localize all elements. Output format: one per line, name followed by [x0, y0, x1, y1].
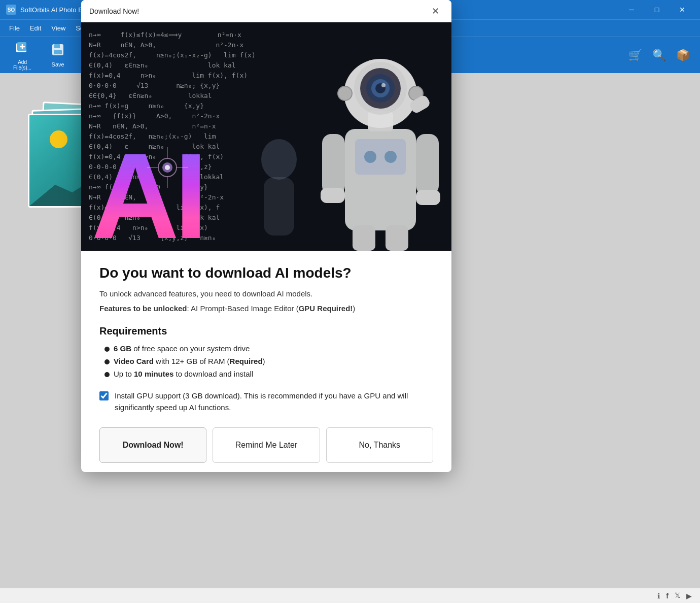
math-line-2: N→R n∈N, A>0, n²-2n·x	[89, 40, 243, 51]
dialog-hero: n→∞ f(x)≤f(x)=4≤⟹y n²=n·x N→R n∈N, A>0, …	[81, 22, 451, 251]
add-files-button[interactable]: Add File(s)...	[8, 37, 37, 74]
gpu-checkbox-area: Install GPU support (3 GB download). Thi…	[99, 390, 433, 413]
req-2-after: with 12+ GB of RAM (	[154, 357, 230, 365]
twitter-icon[interactable]: 𝕏	[675, 591, 680, 600]
svg-rect-26	[386, 225, 408, 251]
req-1-after: of free space on your system drive	[131, 344, 250, 353]
maximize-button[interactable]: □	[645, 2, 669, 17]
status-bar-icons: ℹ f 𝕏 ▶	[657, 591, 692, 600]
close-button[interactable]: ✕	[671, 2, 694, 17]
dialog-title-text: Download Now!	[89, 7, 427, 15]
svg-rect-13	[322, 134, 345, 195]
gpu-required-text: GPU Required!	[299, 304, 353, 313]
download-now-button[interactable]: Download Now!	[99, 427, 206, 463]
bullet-1	[104, 347, 110, 352]
svg-point-7	[261, 139, 297, 180]
svg-rect-28	[321, 188, 345, 203]
dialog-title-bar: Download Now! ✕	[81, 0, 451, 22]
dialog-subtitle-text: To unlock advanced features, you need to…	[99, 289, 312, 298]
dialog-body: Do you want to download AI models? To un…	[81, 251, 451, 472]
svg-point-11	[364, 151, 376, 163]
svg-rect-5	[54, 44, 60, 48]
status-bar: ℹ f 𝕏 ▶	[0, 588, 700, 603]
req-3-text: Up to 10 minutes to download and install	[114, 370, 253, 378]
svg-rect-10	[355, 139, 406, 175]
requirement-time: Up to 10 minutes to download and install	[104, 370, 433, 378]
requirements-title: Requirements	[99, 325, 433, 337]
req-3-bold: 10 minutes	[134, 370, 173, 378]
remind-later-button[interactable]: Remind Me Later	[213, 427, 320, 463]
features-value: : AI Prompt-Based Image Editor (	[187, 304, 299, 313]
requirement-video-card: Video Card with 12+ GB of RAM (Required)	[104, 357, 433, 365]
math-line-5: f(x)=0,4 n>n₀ lim f(x), f(x)	[89, 71, 248, 81]
req-1-bold: 6 GB	[114, 344, 131, 353]
dialog-headline: Do you want to download AI models?	[99, 265, 433, 281]
dialog-buttons: Download Now! Remind Me Later No, Thanks	[99, 427, 433, 463]
math-line-4: ∈(0,4) ε∈n≥n₀ lok kal	[89, 60, 236, 71]
add-files-icon	[15, 40, 29, 57]
package-icon[interactable]: 📦	[674, 47, 692, 64]
math-line-1: n→∞ f(x)≤f(x)=4≤⟹y n²=n·x	[89, 30, 241, 41]
gpu-support-checkbox[interactable]	[99, 391, 109, 400]
dialog-close-button[interactable]: ✕	[427, 3, 443, 19]
download-dialog: Download Now! ✕ n→∞ f(x)≤f(x)=4≤⟹y n²=n·…	[81, 0, 451, 472]
minimize-button[interactable]: ─	[620, 2, 643, 17]
math-line-6: 0·0·0·0 √13 n≥n₀; {x,y}	[89, 81, 220, 91]
req-2-bold: Video Card	[114, 357, 154, 365]
hero-circuit-dots	[147, 147, 188, 190]
req-2-bold2: Required	[230, 357, 263, 365]
features-label: Features to be unlocked	[99, 304, 187, 313]
svg-point-23	[338, 86, 352, 100]
req-3-after: to download and install	[173, 370, 253, 378]
window-controls: ─ □ ✕	[620, 2, 694, 17]
svg-point-22	[381, 83, 386, 87]
toolbar-right: 🛒 🔍 📦	[626, 47, 692, 64]
main-area: Download Now! ✕ n→∞ f(x)≤f(x)=4≤⟹y n²=n·…	[0, 73, 700, 588]
youtube-icon[interactable]: ▶	[686, 592, 692, 600]
dialog-features: Features to be unlocked: AI Prompt-Based…	[99, 303, 433, 315]
req-1-text: 6 GB of free space on your system drive	[114, 344, 250, 353]
math-line-8: n→∞ f(x)=g n≥n₀ {x,y}	[89, 101, 204, 112]
svg-rect-6	[54, 50, 62, 54]
save-label: Save	[52, 61, 64, 68]
gpu-checkbox-label[interactable]: Install GPU support (3 GB download). Thi…	[115, 390, 433, 413]
dialog-subtitle: To unlock advanced features, you need to…	[99, 288, 433, 300]
search-icon[interactable]: 🔍	[650, 47, 668, 64]
req-2-text: Video Card with 12+ GB of RAM (Required)	[114, 357, 265, 365]
math-line-9: n→∞ {f(x)} A>0, n²-2n·x	[89, 111, 220, 122]
app-icon: SO	[6, 5, 16, 15]
svg-point-32	[165, 165, 170, 170]
image-sun	[50, 130, 67, 148]
math-line-3: f(x)=4cos2f, n≥n₀;(x₁-x₂-g) lim f(x)	[89, 50, 256, 61]
info-icon[interactable]: ℹ	[657, 592, 660, 600]
menu-view[interactable]: View	[46, 22, 71, 34]
svg-rect-8	[264, 177, 294, 236]
no-thanks-button[interactable]: No, Thanks	[326, 427, 433, 463]
cart-icon[interactable]: 🛒	[626, 47, 644, 64]
hero-human-silhouette	[254, 134, 304, 236]
math-line-7: ∈∈{0,4} ε∈n≥n₀ lokkal	[89, 91, 212, 102]
bullet-2	[104, 359, 110, 364]
save-button[interactable]: Save	[45, 40, 71, 71]
requirement-storage: 6 GB of free space on your system drive	[104, 344, 433, 353]
requirements-list: 6 GB of free space on your system drive …	[99, 344, 433, 378]
svg-rect-27	[416, 190, 440, 205]
menu-file[interactable]: File	[4, 22, 25, 34]
svg-rect-14	[416, 134, 439, 195]
add-files-label: Add File(s)...	[13, 59, 31, 71]
bullet-3	[104, 372, 110, 377]
req-3-before: Up to	[114, 370, 134, 378]
menu-edit[interactable]: Edit	[25, 22, 46, 34]
save-icon	[51, 43, 64, 59]
hero-robot	[314, 27, 446, 251]
svg-rect-25	[353, 225, 375, 251]
facebook-icon[interactable]: f	[666, 592, 669, 600]
req-2-after2: )	[263, 357, 265, 365]
svg-point-12	[384, 151, 397, 163]
